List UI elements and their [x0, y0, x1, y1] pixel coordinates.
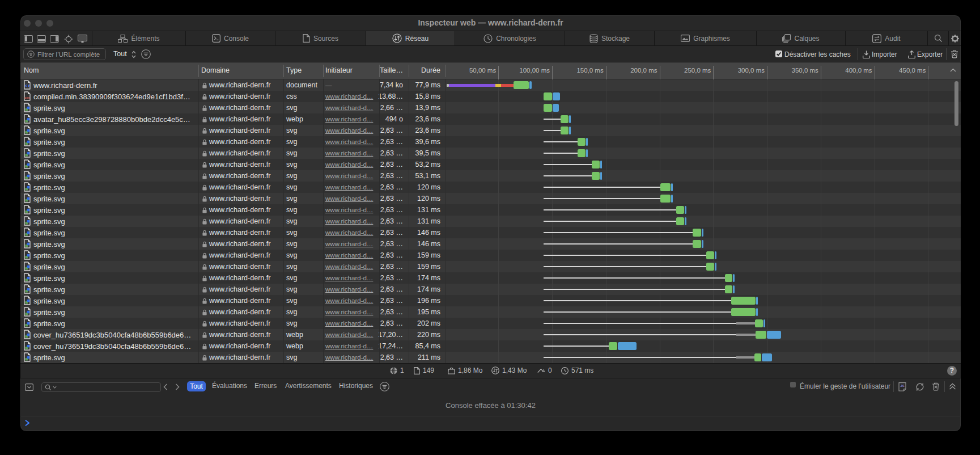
svg-text:JS: JS [900, 384, 904, 387]
